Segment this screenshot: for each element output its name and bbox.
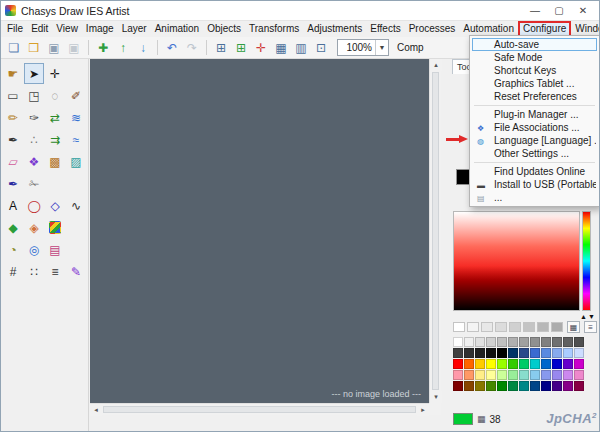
palette-color-cell[interactable]	[541, 359, 551, 369]
horizontal-scroll-thumb[interactable]	[103, 406, 416, 413]
vertical-scrollbar[interactable]: ▴ ▾	[429, 59, 441, 403]
menu-item-processes[interactable]: Processes	[405, 21, 460, 37]
palette-color-cell[interactable]	[453, 381, 463, 391]
brush-tool[interactable]: ✑	[24, 107, 44, 128]
eraser-tool[interactable]: ▱	[3, 151, 23, 172]
fullscreen-icon[interactable]: ⊡	[311, 38, 331, 57]
panels-icon[interactable]: ▥	[291, 38, 311, 57]
palette-color-cell[interactable]	[574, 359, 584, 369]
configure-menu-item-reset-preferences[interactable]: Reset Preferences	[472, 90, 597, 103]
mini-swatch[interactable]	[495, 322, 507, 332]
menu-item-edit[interactable]: Edit	[27, 21, 52, 37]
palette-color-cell[interactable]	[530, 381, 540, 391]
knife-tool[interactable]: ✁	[24, 173, 44, 194]
vector-pen-tool[interactable]: ✎	[66, 261, 86, 282]
mini-swatch[interactable]	[509, 322, 521, 332]
mini-swatch[interactable]	[467, 322, 479, 332]
palette-color-cell[interactable]	[508, 381, 518, 391]
zoom-select[interactable]: 100% ▼	[337, 39, 389, 56]
pencil-tool[interactable]: ✏	[3, 107, 23, 128]
target-tool[interactable]: ◎	[24, 239, 44, 260]
menu-item-adjustments[interactable]: Adjustments	[303, 21, 366, 37]
menu-item-transforms[interactable]: Transforms	[245, 21, 303, 37]
move-tool[interactable]: ✛	[45, 63, 65, 84]
mini-swatch[interactable]	[523, 322, 535, 332]
mini-swatch[interactable]	[453, 322, 465, 332]
palette-color-cell[interactable]	[541, 381, 551, 391]
menu-item-animation[interactable]: Animation	[151, 21, 203, 37]
warp-tool[interactable]: ⇄	[45, 107, 65, 128]
palette-color-cell[interactable]	[464, 348, 474, 358]
vertical-scroll-thumb[interactable]	[432, 72, 439, 390]
palette-color-cell[interactable]	[574, 348, 584, 358]
red-cross-icon[interactable]: ✛	[251, 38, 271, 57]
palette-color-cell[interactable]	[508, 359, 518, 369]
configure-menu-item-safe-mode[interactable]: Safe Mode	[472, 51, 597, 64]
scroll-right-icon[interactable]: ▸	[417, 404, 429, 416]
palette-color-cell[interactable]	[552, 337, 562, 347]
shape-tool[interactable]: ◆	[3, 217, 23, 238]
palette-color-cell[interactable]	[530, 370, 540, 380]
palette-color-cell[interactable]	[497, 337, 507, 347]
configure-menu-item-find-updates-online[interactable]: Find Updates Online	[472, 165, 597, 178]
palette-color-cell[interactable]	[541, 348, 551, 358]
palette-color-cell[interactable]	[453, 370, 463, 380]
add-frame-icon[interactable]: ⊞	[231, 38, 251, 57]
palette-color-cell[interactable]	[519, 381, 529, 391]
maximize-button[interactable]: ▢	[547, 2, 571, 20]
menu-item-file[interactable]: File	[3, 21, 27, 37]
shift-tool[interactable]: ⇉	[45, 129, 65, 150]
palette-color-cell[interactable]	[497, 359, 507, 369]
palette-color-cell[interactable]	[475, 381, 485, 391]
pan-tool[interactable]: ☛	[3, 63, 23, 84]
swatch-tool[interactable]: ▤	[45, 239, 65, 260]
ellipse-tool[interactable]: ◯	[24, 195, 44, 216]
grid-view-icon[interactable]: ▦	[271, 38, 291, 57]
clone-stamp-tool[interactable]: ❖	[24, 151, 44, 172]
save-as-icon[interactable]: ▣	[64, 38, 84, 57]
palette-color-cell[interactable]	[508, 370, 518, 380]
palette-color-cell[interactable]	[530, 348, 540, 358]
configure-menu-item-other-settings[interactable]: Other Settings ...	[472, 147, 597, 160]
path-tool[interactable]: ✐	[66, 85, 86, 106]
open-file-icon[interactable]: ❒	[24, 38, 44, 57]
palette-color-cell[interactable]	[475, 370, 485, 380]
palette-color-cell[interactable]	[519, 359, 529, 369]
menu-item-image[interactable]: Image	[82, 21, 118, 37]
palette-color-cell[interactable]	[530, 359, 540, 369]
configure-menu-item-graphics-tablet[interactable]: Graphics Tablet ...	[472, 77, 597, 90]
hue-scroll-icons[interactable]: ▲▼	[580, 313, 596, 320]
color-picker-field[interactable]	[453, 211, 580, 311]
palette-color-cell[interactable]	[464, 359, 474, 369]
palette-color-cell[interactable]	[552, 370, 562, 380]
mini-swatch[interactable]	[551, 322, 563, 332]
configure-menu-item-shortcut-keys[interactable]: Shortcut Keys	[472, 64, 597, 77]
palette-color-cell[interactable]	[541, 337, 551, 347]
configure-menu-item-file-associations[interactable]: ❖File Associations ...	[472, 121, 597, 134]
palette-color-cell[interactable]	[497, 348, 507, 358]
palette-color-cell[interactable]	[486, 370, 496, 380]
palette-color-cell[interactable]	[464, 381, 474, 391]
palette-color-cell[interactable]	[563, 381, 573, 391]
palette-color-cell[interactable]	[497, 381, 507, 391]
select-tool[interactable]: ➤	[24, 63, 44, 84]
lines-tool[interactable]: ≡	[45, 261, 65, 282]
palette-menu-button[interactable]: ≡	[584, 321, 597, 333]
waves-tool[interactable]: ≋	[66, 107, 86, 128]
close-button[interactable]: ✕	[571, 2, 595, 20]
text-tool[interactable]: A	[3, 195, 23, 216]
configure-menu-item-auto-save[interactable]: Auto-save	[472, 38, 597, 51]
crop-tool[interactable]: ◳	[24, 85, 44, 106]
configure-menu-item-plug-in-manager[interactable]: Plug-in Manager ...	[472, 108, 597, 121]
configure-menu-item-item[interactable]: ▤...	[472, 191, 597, 204]
menu-item-objects[interactable]: Objects	[203, 21, 245, 37]
chevron-down-icon[interactable]: ▼	[375, 40, 388, 55]
grid-tool[interactable]: #	[3, 261, 23, 282]
airbrush-tool[interactable]: ∴	[24, 129, 44, 150]
palette-color-cell[interactable]	[486, 359, 496, 369]
save-icon[interactable]: ▣	[44, 38, 64, 57]
scroll-down-icon[interactable]: ▾	[430, 391, 442, 403]
palette-color-cell[interactable]	[497, 370, 507, 380]
scroll-left-icon[interactable]: ◂	[90, 404, 102, 416]
minimize-button[interactable]: —	[523, 2, 547, 20]
